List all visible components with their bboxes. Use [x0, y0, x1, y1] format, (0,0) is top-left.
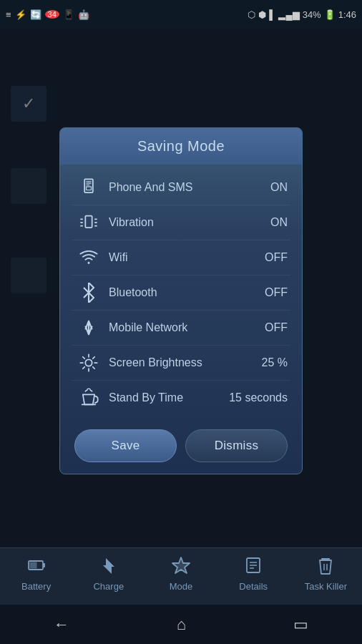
signal-icon: ▂▄▆: [278, 9, 299, 20]
wifi-icon: [74, 248, 103, 268]
navigation-bar: ← ⌂ ▭: [0, 605, 362, 644]
tab-task-killer[interactable]: Task Killer: [290, 555, 362, 592]
mobile-network-icon: [74, 318, 103, 338]
setting-row-wifi[interactable]: Wifi OFF: [72, 240, 290, 275]
battery-tab-icon: [26, 555, 47, 578]
modal-body: Phone And SMS ON Vibration: [60, 165, 302, 421]
bluetooth-icon: [74, 283, 103, 303]
wifi-label: Wifi: [109, 251, 238, 264]
bluetooth-value: OFF: [238, 286, 288, 299]
home-nav-icon[interactable]: ⌂: [177, 615, 186, 634]
status-bar-right: ⬡ ⬢ ▌ ▂▄▆ 34% 🔋 1:46: [248, 9, 356, 20]
usb-icon: ⚡: [15, 9, 26, 20]
phone-sms-icon: [74, 177, 103, 197]
charge-tab-label: Charge: [93, 581, 124, 592]
svg-line-21: [83, 366, 84, 368]
screen-brightness-value: 25 %: [238, 356, 288, 369]
android-icon: 🤖: [78, 9, 89, 20]
saving-mode-dialog: Saving Mode Phone And SMS ON: [59, 127, 303, 474]
battery-percent: 34%: [303, 9, 321, 20]
mobile-network-value: OFF: [238, 321, 288, 334]
svg-rect-23: [43, 563, 45, 567]
vibration-label: Vibration: [109, 216, 238, 229]
standby-icon: [74, 388, 103, 408]
vibration-value: ON: [238, 216, 288, 229]
modal-overlay: Saving Mode Phone And SMS ON: [0, 29, 362, 572]
svg-rect-5: [85, 215, 92, 227]
svg-point-13: [85, 359, 92, 366]
stand-by-time-label: Stand By Time: [109, 391, 229, 404]
vibration-icon: [74, 213, 103, 233]
mode-tab-label: Mode: [170, 581, 193, 592]
mode-tab-icon: [171, 555, 191, 578]
details-tab-icon: [243, 555, 263, 578]
svg-rect-0: [84, 179, 93, 192]
setting-row-bluetooth[interactable]: Bluetooth OFF: [72, 275, 290, 311]
charge-tab-icon: [99, 555, 119, 578]
battery-icon: 🔋: [324, 9, 336, 20]
battery-tab-label: Battery: [21, 581, 51, 592]
phone-sms-value: ON: [238, 181, 288, 194]
brightness-icon: [74, 353, 103, 373]
status-bar: ≡ ⚡ 🔄 34 📱 🤖 ⬡ ⬢ ▌ ▂▄▆ 34% 🔋 1:46: [0, 0, 362, 29]
sim-icon: ▌: [269, 9, 275, 20]
tab-mode[interactable]: Mode: [145, 555, 217, 592]
time-display: 1:46: [338, 9, 356, 20]
sync-icon: 🔄: [30, 9, 41, 20]
screen-icon: 📱: [63, 9, 74, 20]
svg-line-19: [93, 366, 94, 368]
modal-footer: Save Dismiss: [60, 421, 302, 474]
bluetooth-status-icon: ⬡: [248, 9, 255, 20]
badge-icon: 34: [45, 10, 59, 19]
setting-row-vibration[interactable]: Vibration ON: [72, 205, 290, 240]
modal-header: Saving Mode: [60, 128, 302, 165]
svg-rect-24: [29, 562, 36, 569]
setting-row-screen-brightness[interactable]: Screen Brightness 25 %: [72, 346, 290, 381]
setting-row-phone-sms[interactable]: Phone And SMS ON: [72, 170, 290, 205]
svg-rect-4: [87, 186, 92, 190]
menu-icon: ≡: [6, 9, 11, 20]
tab-bar: Battery Charge Mode Detail: [0, 547, 362, 605]
dismiss-button[interactable]: Dismiss: [185, 429, 288, 462]
details-tab-label: Details: [239, 581, 268, 592]
nfc-icon: ⬢: [258, 9, 266, 20]
screen-brightness-label: Screen Brightness: [109, 356, 238, 369]
back-nav-icon[interactable]: ←: [54, 615, 69, 634]
status-bar-left: ≡ ⚡ 🔄 34 📱 🤖: [6, 9, 89, 20]
mobile-network-label: Mobile Network: [109, 321, 238, 334]
bluetooth-label: Bluetooth: [109, 286, 238, 299]
tab-charge[interactable]: Charge: [72, 555, 145, 592]
svg-line-20: [93, 356, 94, 358]
tab-details[interactable]: Details: [217, 555, 290, 592]
setting-row-stand-by-time[interactable]: Stand By Time 15 seconds: [72, 381, 290, 415]
svg-line-18: [83, 356, 84, 358]
phone-sms-label: Phone And SMS: [109, 181, 238, 194]
modal-title: Saving Mode: [137, 138, 225, 154]
svg-marker-26: [172, 557, 190, 573]
recents-nav-icon[interactable]: ▭: [293, 615, 308, 634]
svg-point-12: [88, 262, 90, 264]
save-button[interactable]: Save: [74, 429, 177, 462]
tab-battery[interactable]: Battery: [0, 555, 72, 592]
setting-row-mobile-network[interactable]: Mobile Network OFF: [72, 311, 290, 346]
stand-by-time-value: 15 seconds: [229, 391, 288, 404]
task-killer-tab-label: Task Killer: [305, 581, 347, 592]
task-killer-tab-icon: [315, 555, 336, 578]
wifi-value: OFF: [238, 251, 288, 264]
